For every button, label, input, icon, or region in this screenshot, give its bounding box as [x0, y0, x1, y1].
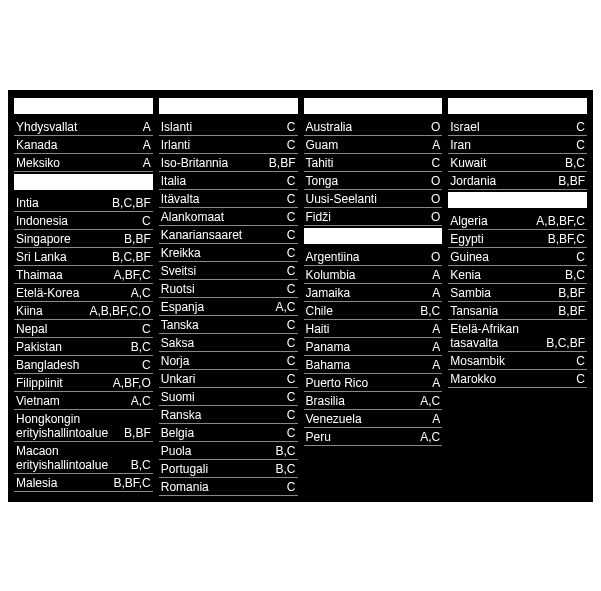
plug-code: B,C [420, 304, 440, 318]
country-name: Etelä-Korea [16, 286, 131, 300]
country-name: Bangladesh [16, 358, 142, 372]
country-name: Australia [306, 120, 431, 134]
country-name: Nepal [16, 322, 142, 336]
plug-code: O [431, 120, 440, 134]
country-name: Itävalta [161, 192, 287, 206]
table-row: PortugaliB,C [159, 460, 298, 478]
country-name: Belgia [161, 426, 287, 440]
table-row: NorjaC [159, 352, 298, 370]
country-name: Sri Lanka [16, 250, 112, 264]
plug-code: B,BF [124, 426, 151, 440]
table-row: KanariansaaretC [159, 226, 298, 244]
table-row: SingaporeB,BF [14, 230, 153, 248]
plug-code: C [576, 138, 585, 152]
country-name: Kenia [450, 268, 565, 282]
country-name: Bahama [306, 358, 433, 372]
plug-code: O [431, 250, 440, 264]
country-name: Meksiko [16, 156, 143, 170]
country-name: Puola [161, 444, 276, 458]
country-name: Sveitsi [161, 264, 287, 278]
table-row: Hongkongin erityishallintoalueB,BF [14, 410, 153, 442]
plug-code: A,C [420, 394, 440, 408]
table-row: SaksaC [159, 334, 298, 352]
table-row: ChileB,C [304, 302, 443, 320]
plug-code: C [287, 228, 296, 242]
country-name: Tahiti [306, 156, 432, 170]
table-row: KolumbiaA [304, 266, 443, 284]
plug-code: A,BF,O [113, 376, 151, 390]
plug-code: A,C [131, 286, 151, 300]
country-name: Portugali [161, 462, 276, 476]
country-name: Kiina [16, 304, 89, 318]
plug-code: O [431, 192, 440, 206]
country-name: Israel [450, 120, 576, 134]
country-name: Kreikka [161, 246, 287, 260]
table-row: ItävaltaC [159, 190, 298, 208]
country-name: Pakistan [16, 340, 131, 354]
column-3: IsraelCIranCKuwaitB,CJordaniaB,BF Algeri… [448, 96, 587, 496]
country-name: Indonesia [16, 214, 142, 228]
plug-code: A [432, 376, 440, 390]
plug-code: A [143, 156, 151, 170]
country-name: Kanariansaaret [161, 228, 287, 242]
country-name: Malesia [16, 476, 113, 490]
table-row: GuineaC [448, 248, 587, 266]
table-row: IranC [448, 136, 587, 154]
plug-code: C [287, 354, 296, 368]
plug-code: C [287, 192, 296, 206]
plug-code: C [287, 210, 296, 224]
country-name: Fidži [306, 210, 431, 224]
country-name: Brasilia [306, 394, 421, 408]
plug-type-table: YhdysvallatAKanadaAMeksikoA IntiaB,C,BFI… [8, 90, 593, 502]
country-name: Kolumbia [306, 268, 433, 282]
country-name: Islanti [161, 120, 287, 134]
plug-code: C [287, 318, 296, 332]
table-row: TansaniaB,BF [448, 302, 587, 320]
table-row: UnkariC [159, 370, 298, 388]
country-name: Egypti [450, 232, 547, 246]
country-name: Sambia [450, 286, 558, 300]
plug-code: A,C [131, 394, 151, 408]
country-name: Singapore [16, 232, 124, 246]
table-row: JordaniaB,BF [448, 172, 587, 190]
plug-code: C [287, 138, 296, 152]
table-row: VietnamA,C [14, 392, 153, 410]
country-name: Iso-Britannia [161, 156, 269, 170]
table-row: BahamaA [304, 356, 443, 374]
plug-code: B,C [275, 462, 295, 476]
plug-code: B,BF [558, 304, 585, 318]
country-name: Chile [306, 304, 421, 318]
country-name: Tanska [161, 318, 287, 332]
country-name: Norja [161, 354, 287, 368]
country-name: Suomi [161, 390, 287, 404]
table-row: Sri LankaB,C,BF [14, 248, 153, 266]
region-header [304, 98, 443, 114]
region-header [448, 98, 587, 114]
table-row: BangladeshC [14, 356, 153, 374]
plug-code: C [576, 372, 585, 386]
country-name: Unkari [161, 372, 287, 386]
table-row: KuwaitB,C [448, 154, 587, 172]
table-row: ThaimaaA,BF,C [14, 266, 153, 284]
table-row: ItaliaC [159, 172, 298, 190]
country-name: Etelä-Afrikan tasavalta [450, 322, 546, 350]
table-row: KiinaA,B,BF,C,O [14, 302, 153, 320]
country-name: Marokko [450, 372, 576, 386]
table-row: TanskaC [159, 316, 298, 334]
plug-code: B,C [275, 444, 295, 458]
plug-code: C [142, 358, 151, 372]
country-name: Italia [161, 174, 287, 188]
plug-code: B,BF [269, 156, 296, 170]
table-row: RomaniaC [159, 478, 298, 496]
table-row: MosambikC [448, 352, 587, 370]
country-name: Alankomaat [161, 210, 287, 224]
plug-code: C [287, 426, 296, 440]
plug-code: B,BF,C [113, 476, 150, 490]
country-name: Kuwait [450, 156, 565, 170]
plug-code: C [142, 214, 151, 228]
country-name: Uusi-Seelanti [306, 192, 431, 206]
table-row: IndonesiaC [14, 212, 153, 230]
plug-code: A [143, 138, 151, 152]
table-row: HaitiA [304, 320, 443, 338]
table-row: MalesiaB,BF,C [14, 474, 153, 492]
